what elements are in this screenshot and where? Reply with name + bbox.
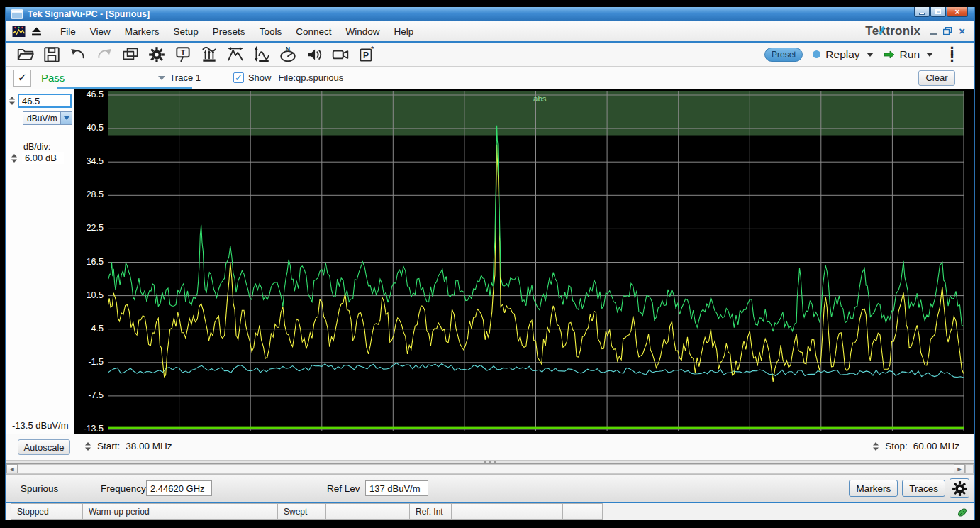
svg-text:N: N — [285, 45, 289, 53]
app-window: Tek SignalVu-PC - [Spurious] × FileViewM… — [5, 7, 975, 520]
start-frequency-control[interactable]: Start: 38.00 MHz — [84, 441, 172, 451]
menu-item-presets[interactable]: Presets — [206, 23, 252, 40]
menu-item-markers[interactable]: Markers — [118, 23, 167, 40]
settings-button[interactable] — [950, 478, 969, 498]
tektronix-logo: Tektronix — [865, 24, 920, 38]
replay-label: Replay — [825, 48, 859, 61]
open-icon — [16, 45, 35, 64]
spectrum-plot[interactable]: abs — [108, 91, 964, 433]
start-spinner-icon[interactable] — [84, 441, 91, 451]
mdi-close-icon[interactable]: × — [959, 27, 965, 35]
replay-dropdown-icon[interactable] — [867, 53, 874, 57]
displays-button[interactable] — [118, 44, 142, 65]
preset-button[interactable]: Preset — [764, 48, 803, 62]
limit-region-label: abs — [533, 94, 547, 103]
menu-item-setup[interactable]: Setup — [167, 23, 206, 40]
close-button[interactable]: × — [947, 7, 968, 17]
scroll-left-icon[interactable]: ◄ — [6, 464, 18, 473]
scroll-right-icon[interactable]: ► — [954, 464, 965, 473]
menu-item-help[interactable]: Help — [386, 23, 421, 40]
undo-button[interactable] — [66, 44, 89, 65]
y-axis: 46.540.534.528.522.516.510.54.5-1.5-7.5-… — [74, 91, 106, 433]
run-dropdown-icon[interactable] — [926, 53, 933, 57]
audio-button[interactable] — [302, 44, 325, 65]
ref-lev-input[interactable] — [365, 480, 428, 496]
ref-level-input[interactable] — [18, 94, 72, 108]
mdi-restore-icon[interactable] — [943, 27, 952, 35]
open-button[interactable] — [13, 44, 37, 65]
minimize-button[interactable] — [914, 7, 930, 17]
save-button[interactable] — [40, 44, 63, 65]
mdi-minimize-icon[interactable] — [930, 33, 937, 35]
toolbar-icons: TNP* — [13, 44, 378, 65]
trace-file-label: File:qp.spurious — [278, 72, 343, 83]
y-tick-label: -7.5 — [75, 390, 104, 400]
redo-button[interactable] — [92, 44, 116, 65]
start-label: Start: — [97, 441, 120, 451]
autoscale-button[interactable]: Autoscale — [18, 439, 70, 455]
camera-icon — [331, 45, 350, 64]
menu-item-window[interactable]: Window — [338, 23, 386, 40]
preset-p-button[interactable]: P* — [355, 44, 378, 65]
db-div-value[interactable]: 6.00 dB — [22, 152, 64, 164]
amplitude-button[interactable] — [250, 44, 273, 65]
frequency-input[interactable] — [146, 480, 212, 496]
svg-text:T: T — [180, 48, 185, 56]
leaf-icon — [957, 507, 968, 518]
text-marker-button[interactable]: T — [171, 44, 194, 65]
y-tick-label: 28.5 — [75, 189, 104, 199]
status-cell-ref-int: Ref: Int — [410, 503, 452, 520]
chevron-down-icon — [64, 116, 69, 120]
unit-dropdown-value: dBuV/m — [23, 114, 60, 123]
clear-button[interactable]: Clear — [918, 70, 955, 86]
menu-items: FileViewMarkersSetupPresetsToolsConnectW… — [53, 23, 421, 40]
unit-dropdown-button[interactable] — [60, 112, 72, 124]
pass-checkbox[interactable]: ✓ — [13, 70, 31, 87]
stop-value[interactable]: 60.00 MHz — [913, 441, 959, 451]
show-checkbox[interactable]: ✓ — [233, 72, 244, 83]
redo-icon — [95, 45, 113, 64]
close-icon: × — [954, 9, 959, 16]
bottom-scale-label: -13.5 dBuV/m — [12, 420, 69, 431]
peak-search-icon — [226, 45, 245, 64]
frequency-label: Frequency — [101, 483, 146, 494]
normalize-icon: N — [279, 45, 297, 64]
text-marker-icon: T — [174, 45, 192, 64]
markers-button[interactable]: Markers — [849, 480, 898, 497]
camera-button[interactable] — [328, 44, 352, 65]
replay-button[interactable]: Replay — [813, 48, 873, 61]
normalize-button[interactable]: N — [276, 44, 299, 65]
status-cell-empty — [452, 503, 506, 520]
db-div-spinner-icon[interactable] — [11, 153, 18, 163]
toolbar: TNP* Preset Replay Run ⋮⋮ — [6, 43, 974, 67]
horizontal-scrollbar[interactable]: ◄ ► — [6, 464, 974, 474]
more-options-icon[interactable]: ⋮⋮ — [943, 49, 961, 60]
ref-level-spinner-icon[interactable] — [9, 96, 16, 106]
stop-frequency-control[interactable]: Stop: 60.00 MHz — [872, 441, 959, 451]
minimize-icon — [919, 13, 925, 15]
settings-gear-button[interactable] — [145, 44, 168, 65]
status-bar: StoppedWarm-up periodSweptRef: Int — [6, 502, 974, 520]
replay-bullet-icon — [813, 50, 820, 58]
unit-dropdown[interactable]: dBuV/m — [23, 111, 72, 125]
restore-button[interactable] — [930, 7, 946, 17]
scrollbar-track[interactable] — [18, 464, 954, 473]
traces-button[interactable]: Traces — [902, 480, 945, 497]
menu-item-connect[interactable]: Connect — [289, 23, 338, 40]
status-cell-empty — [506, 503, 563, 520]
app-icon[interactable] — [12, 26, 26, 37]
show-toggle[interactable]: ✓ Show — [233, 72, 272, 83]
spectrum-marker-icon — [200, 45, 218, 64]
start-value[interactable]: 38.00 MHz — [126, 441, 172, 451]
menu-item-tools[interactable]: Tools — [252, 23, 289, 40]
displays-icon — [121, 45, 140, 64]
peak-search-button[interactable] — [223, 44, 247, 65]
menu-item-view[interactable]: View — [83, 23, 118, 40]
y-tick-label: 46.5 — [75, 89, 104, 99]
eject-icon[interactable] — [31, 27, 42, 36]
stop-spinner-icon[interactable] — [872, 441, 879, 451]
run-button[interactable]: Run — [884, 48, 933, 61]
spectrum-marker-button[interactable] — [197, 44, 221, 65]
trace-selector[interactable]: Trace 1 — [158, 72, 201, 83]
menu-item-file[interactable]: File — [53, 23, 83, 40]
